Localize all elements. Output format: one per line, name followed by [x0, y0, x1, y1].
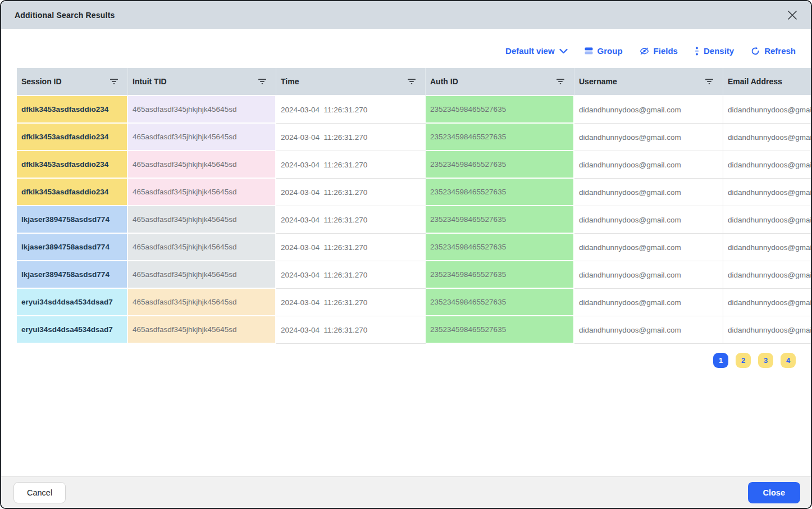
cell-auth-id: 235234598465527635 — [426, 234, 574, 261]
cell-session-id: lkjaser3894758asdsd774 — [17, 234, 128, 261]
cell-auth-id: 235234598465527635 — [426, 289, 574, 316]
page-button-1[interactable]: 1 — [713, 353, 728, 368]
chevron-down-icon — [559, 48, 568, 54]
cell-username: didandhunnydoos@gmail.com — [574, 96, 723, 124]
cell-time: 2024-03-04 11:26:31.270 — [276, 151, 426, 179]
table-body: dfklk3453asdfasddio234465asdfasdf345jhkj… — [17, 96, 811, 344]
filter-icon — [705, 78, 714, 85]
cell-email: didandhunnydoos@gmail.com — [723, 96, 811, 124]
additional-search-results-modal: Additional Search Results Default view G… — [0, 0, 812, 509]
filter-icon — [407, 78, 416, 85]
filter-icon — [556, 78, 565, 85]
column-header-session-id: Session ID — [17, 68, 128, 96]
fields-label: Fields — [654, 46, 678, 56]
cell-email: didandhunnydoos@gmail.com — [723, 289, 811, 316]
cell-session-id: dfklk3453asdfasddio234 — [17, 179, 128, 206]
table-toolbar: Default view Group Fields — [1, 46, 811, 56]
density-label: Density — [704, 46, 734, 56]
cell-email: didandhunnydoos@gmail.com — [723, 316, 811, 344]
results-table: Session IDIntuit TIDTimeAuth IDUsernameE… — [17, 68, 811, 344]
cell-email: didandhunnydoos@gmail.com — [723, 261, 811, 289]
cell-auth-id: 235234598465527635 — [426, 151, 574, 179]
modal-content: Default view Group Fields — [1, 29, 811, 508]
cell-auth-id: 235234598465527635 — [426, 124, 574, 151]
cell-session-id: dfklk3453asdfasddio234 — [17, 124, 128, 151]
cell-email: didandhunnydoos@gmail.com — [723, 234, 811, 261]
filter-button[interactable] — [110, 78, 118, 85]
refresh-icon — [751, 47, 760, 56]
view-selector-dropdown[interactable]: Default view — [505, 46, 568, 56]
filter-icon — [110, 78, 118, 85]
page-button-3[interactable]: 3 — [758, 353, 773, 368]
cell-username: didandhunnydoos@gmail.com — [574, 124, 723, 151]
cell-auth-id: 235234598465527635 — [426, 316, 574, 344]
refresh-button[interactable]: Refresh — [751, 46, 796, 56]
cell-session-id: lkjaser3894758asdsd774 — [17, 206, 128, 234]
cell-intuit-tid: 465asdfasdf345jhkjhjk45645sd — [128, 124, 276, 151]
cancel-button[interactable]: Cancel — [13, 482, 66, 503]
cell-email: didandhunnydoos@gmail.com — [723, 124, 811, 151]
cell-time: 2024-03-04 11:26:31.270 — [276, 124, 426, 151]
modal-footer: Cancel Close — [1, 476, 811, 508]
cell-username: didandhunnydoos@gmail.com — [574, 179, 723, 206]
column-header-label: Time — [281, 77, 299, 86]
cell-auth-id: 235234598465527635 — [426, 179, 574, 206]
cell-time: 2024-03-04 11:26:31.270 — [276, 179, 426, 206]
cell-session-id: lkjaser3894758asdsd774 — [17, 261, 128, 289]
density-icon — [695, 47, 699, 56]
modal-title: Additional Search Results — [15, 11, 115, 20]
column-header-label: Session ID — [21, 77, 62, 86]
cell-intuit-tid: 465asdfasdf345jhkjhjk45645sd — [128, 179, 276, 206]
cell-time: 2024-03-04 11:26:31.270 — [276, 234, 426, 261]
cell-email: didandhunnydoos@gmail.com — [723, 179, 811, 206]
cell-intuit-tid: 465asdfasdf345jhkjhjk45645sd — [128, 234, 276, 261]
cell-intuit-tid: 465asdfasdf345jhkjhjk45645sd — [128, 151, 276, 179]
cell-intuit-tid: 465asdfasdf345jhkjhjk45645sd — [128, 206, 276, 234]
filter-button[interactable] — [556, 78, 565, 85]
cell-time: 2024-03-04 11:26:31.270 — [276, 96, 426, 124]
column-header-auth-id: Auth ID — [426, 68, 574, 96]
close-button[interactable]: Close — [748, 482, 801, 503]
cell-time: 2024-03-04 11:26:31.270 — [276, 289, 426, 316]
filter-button[interactable] — [705, 78, 714, 85]
eye-off-icon — [640, 47, 649, 55]
column-header-time: Time — [276, 68, 426, 96]
group-button[interactable]: Group — [585, 46, 623, 56]
pagination: 1234 — [1, 353, 796, 368]
column-header-label: Username — [579, 77, 617, 86]
cell-intuit-tid: 465asdfasdf345jhkjhjk45645sd — [128, 289, 276, 316]
cell-session-id: eryui34sd4dsa4534dsad7 — [17, 316, 128, 344]
group-icon — [585, 47, 593, 54]
view-selector-label: Default view — [505, 46, 555, 56]
cell-intuit-tid: 465asdfasdf345jhkjhjk45645sd — [128, 261, 276, 289]
cell-time: 2024-03-04 11:26:31.270 — [276, 316, 426, 344]
cell-session-id: dfklk3453asdfasddio234 — [17, 96, 128, 124]
cell-session-id: eryui34sd4dsa4534dsad7 — [17, 289, 128, 316]
cell-username: didandhunnydoos@gmail.com — [574, 234, 723, 261]
cell-username: didandhunnydoos@gmail.com — [574, 151, 723, 179]
cell-time: 2024-03-04 11:26:31.270 — [276, 261, 426, 289]
filter-button[interactable] — [258, 78, 267, 85]
cell-intuit-tid: 465asdfasdf345jhkjhjk45645sd — [128, 96, 276, 124]
fields-button[interactable]: Fields — [640, 46, 678, 56]
modal-close-button[interactable] — [786, 9, 799, 21]
page-button-4[interactable]: 4 — [781, 353, 796, 368]
cell-username: didandhunnydoos@gmail.com — [574, 316, 723, 344]
cell-username: didandhunnydoos@gmail.com — [574, 261, 723, 289]
group-label: Group — [597, 46, 623, 56]
cell-auth-id: 235234598465527635 — [426, 206, 574, 234]
column-header-label: Email Address — [728, 77, 782, 86]
cell-session-id: dfklk3453asdfasddio234 — [17, 151, 128, 179]
modal-titlebar: Additional Search Results — [1, 1, 811, 29]
column-header-intuit-tid: Intuit TID — [128, 68, 276, 96]
filter-button[interactable] — [407, 78, 416, 85]
cell-email: didandhunnydoos@gmail.com — [723, 206, 811, 234]
close-icon — [786, 9, 799, 21]
cell-intuit-tid: 465asdfasdf345jhkjhjk45645sd — [128, 316, 276, 344]
cell-time: 2024-03-04 11:26:31.270 — [276, 206, 426, 234]
column-header-username: Username — [574, 68, 723, 96]
page-button-2[interactable]: 2 — [736, 353, 751, 368]
column-header-email-address: Email Address — [723, 68, 811, 96]
cell-username: didandhunnydoos@gmail.com — [574, 289, 723, 316]
density-button[interactable]: Density — [695, 46, 734, 56]
